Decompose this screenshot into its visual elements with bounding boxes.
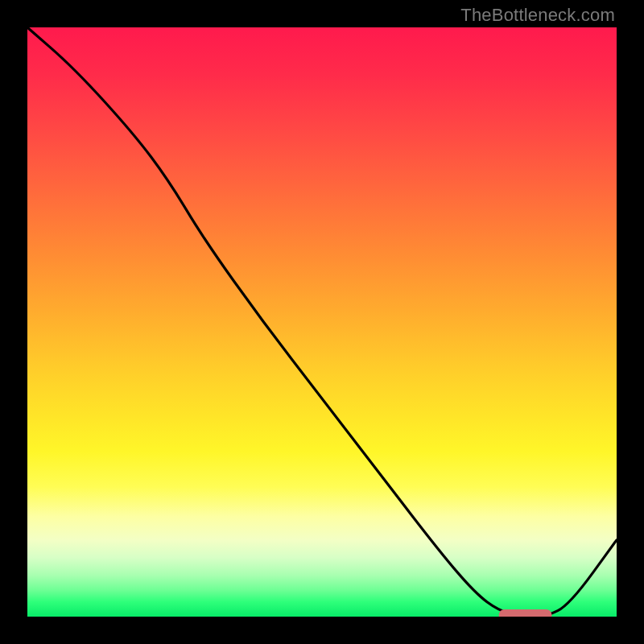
plot-area: [27, 27, 617, 617]
chart-frame: TheBottleneck.com: [0, 0, 644, 644]
watermark-text: TheBottleneck.com: [460, 5, 615, 26]
optimal-range-marker: [27, 27, 617, 617]
svg-rect-0: [499, 609, 552, 617]
